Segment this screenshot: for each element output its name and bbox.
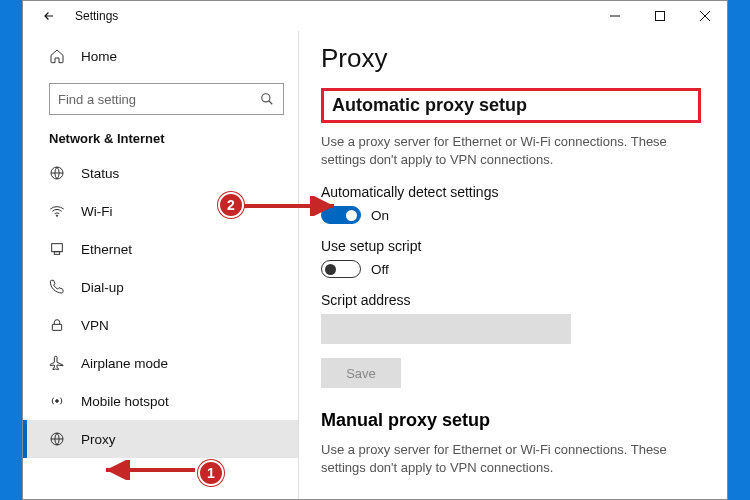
script-toggle-label: Use setup script [321,238,707,254]
script-state: Off [371,262,389,277]
search-input[interactable]: Find a setting [49,83,284,115]
hotspot-icon [49,393,65,409]
save-button[interactable]: Save [321,358,401,388]
sidebar-item-airplane[interactable]: Airplane mode [23,344,298,382]
search-placeholder: Find a setting [58,92,136,107]
annotation-arrow-2 [244,196,339,216]
home-button[interactable]: Home [23,37,298,75]
category-title: Network & Internet [49,131,284,146]
annotation-marker-1: 1 [198,460,224,486]
sidebar-item-label: VPN [81,318,109,333]
ethernet-icon [49,241,65,257]
sidebar-item-dialup[interactable]: Dial-up [23,268,298,306]
svg-line-3 [269,101,273,105]
detect-state: On [371,208,389,223]
sidebar-item-vpn[interactable]: VPN [23,306,298,344]
sidebar-item-label: Wi-Fi [81,204,112,219]
airplane-icon [49,355,65,371]
status-icon [49,165,65,181]
script-toggle[interactable] [321,260,361,278]
detect-label: Automatically detect settings [321,184,707,200]
script-address-input[interactable] [321,314,571,344]
sidebar-item-label: Dial-up [81,280,124,295]
proxy-icon [49,431,65,447]
annotation-arrow-1 [100,460,195,480]
annotation-marker-2: 2 [218,192,244,218]
titlebar: Settings [23,1,727,31]
sidebar-item-label: Mobile hotspot [81,394,169,409]
minimize-button[interactable] [592,1,637,31]
auto-section-title: Automatic proxy setup [321,88,701,123]
sidebar: Home Find a setting Network & Internet S… [23,31,298,499]
close-button[interactable] [682,1,727,31]
svg-rect-7 [54,252,59,255]
sidebar-item-hotspot[interactable]: Mobile hotspot [23,382,298,420]
back-icon[interactable] [41,8,57,24]
settings-window: Settings Home Find a setting [22,0,728,500]
content: Proxy Automatic proxy setup Use a proxy … [298,31,727,499]
wifi-icon [49,203,65,219]
home-icon [49,48,65,64]
svg-point-5 [56,215,57,216]
dialup-icon [49,279,65,295]
home-label: Home [81,49,117,64]
sidebar-item-proxy[interactable]: Proxy [23,420,298,458]
manual-section-title: Manual proxy setup [321,410,707,431]
auto-description: Use a proxy server for Ethernet or Wi-Fi… [321,133,691,168]
svg-rect-6 [52,244,63,252]
svg-point-2 [262,94,270,102]
maximize-button[interactable] [637,1,682,31]
sidebar-item-label: Airplane mode [81,356,168,371]
page-title: Proxy [321,43,707,74]
svg-point-9 [56,400,59,403]
svg-rect-8 [52,324,61,330]
svg-rect-1 [655,12,664,21]
sidebar-item-label: Proxy [81,432,116,447]
sidebar-item-label: Ethernet [81,242,132,257]
sidebar-item-ethernet[interactable]: Ethernet [23,230,298,268]
sidebar-item-label: Status [81,166,119,181]
sidebar-item-status[interactable]: Status [23,154,298,192]
search-icon [259,91,275,107]
vpn-icon [49,317,65,333]
manual-description: Use a proxy server for Ethernet or Wi-Fi… [321,441,691,476]
script-address-label: Script address [321,292,707,308]
window-title: Settings [75,9,118,23]
